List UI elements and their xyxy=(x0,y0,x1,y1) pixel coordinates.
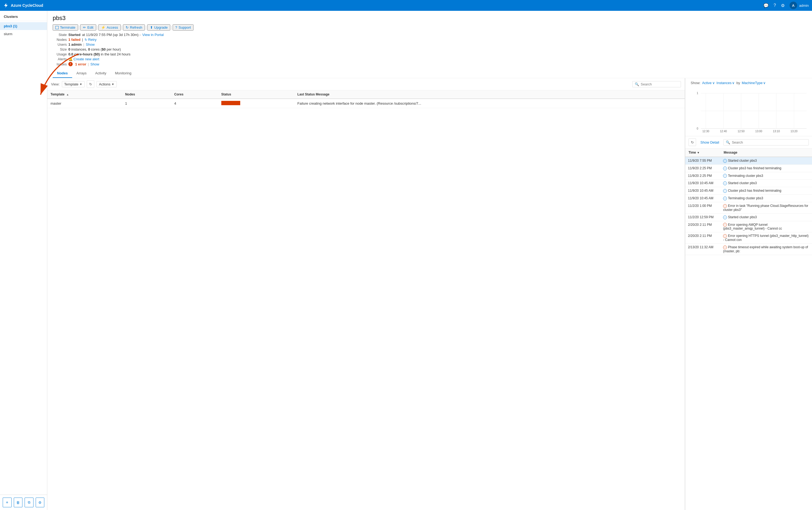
activity-info-icon: i xyxy=(723,167,727,170)
activity-toolbar: ↻ Show Detail 🔍 xyxy=(685,136,812,148)
activity-list-item[interactable]: 11/2/20 1:00 PM !Error in task "Running … xyxy=(685,202,812,214)
svg-text:13:10: 13:10 xyxy=(773,130,780,133)
activity-message: !Phase timeout expired while awaiting sy… xyxy=(720,244,812,255)
add-cluster-button[interactable]: + xyxy=(3,498,11,507)
cell-nodes: 1 xyxy=(122,99,171,108)
nodes-panel: View: Template ▼ ↻ Actions ▼ 🔍 xyxy=(47,78,812,510)
actions-label: Actions xyxy=(99,82,111,86)
machine-type-filter[interactable]: MachineType ∨ xyxy=(742,81,766,85)
tab-monitoring[interactable]: Monitoring xyxy=(111,69,136,78)
refresh-activity-button[interactable]: ↻ xyxy=(689,138,696,146)
meta-alerts: Alerts 🔔 Create new alert xyxy=(53,57,807,61)
actions-select[interactable]: Actions ▼ xyxy=(96,81,117,87)
activity-list-item[interactable]: 2/20/20 2:11 PM !Error opening HTTPS tun… xyxy=(685,232,812,244)
help-icon[interactable]: ? xyxy=(774,3,776,8)
svg-text:12:50: 12:50 xyxy=(738,130,745,133)
delete-cluster-button[interactable]: 🗑 xyxy=(14,498,23,507)
create-alert-link[interactable]: 🔔 Create new alert xyxy=(68,57,99,61)
instances-filter[interactable]: Instances ∨ xyxy=(717,81,735,85)
retry-link[interactable]: ↻ Retry xyxy=(85,37,96,41)
view-select[interactable]: Template ▼ xyxy=(62,81,85,87)
support-button[interactable]: ? Support xyxy=(173,24,194,31)
activity-list-item[interactable]: 11/9/20 7:55 PM iStarted cluster pbs3 xyxy=(685,157,812,164)
cell-template: master xyxy=(47,99,122,108)
tab-nodes[interactable]: Nodes xyxy=(53,69,72,78)
activity-time: 2/13/20 11:32 AM xyxy=(685,244,720,255)
tab-activity[interactable]: Activity xyxy=(91,69,111,78)
access-button[interactable]: ⚡ Access xyxy=(98,24,121,31)
show-users-link[interactable]: Show xyxy=(86,42,95,47)
main-content: pbs3 Terminate | ✏ Edit | ⚡ Access | xyxy=(47,11,812,510)
activity-header: Time ▼ Message xyxy=(685,148,812,157)
sidebar-item-slurm[interactable]: slurm xyxy=(0,30,47,38)
activity-list-item[interactable]: 11/9/20 2:25 PM iTerminating cluster pbs… xyxy=(685,172,812,179)
activity-list-item[interactable]: 11/9/20 10:45 AM iTerminating cluster pb… xyxy=(685,195,812,202)
svg-text:1: 1 xyxy=(697,92,698,95)
activity-message: iStarted cluster pbs3 xyxy=(720,214,812,221)
activity-time: 11/9/20 2:25 PM xyxy=(685,164,720,172)
active-filter[interactable]: Active ∨ xyxy=(702,81,715,85)
chart-controls: Show: Active ∨ Instances ∨ by MachineTyp… xyxy=(691,81,807,85)
activity-list-item[interactable]: 11/9/20 2:25 PM iCluster pbs3 has finish… xyxy=(685,164,812,172)
cluster-tabs: Nodes Arrays Activity Monitoring xyxy=(53,69,807,78)
activity-time: 11/9/20 10:45 AM xyxy=(685,179,720,187)
svg-text:12:30: 12:30 xyxy=(702,130,709,133)
activity-message: !Error opening HTTPS tunnel (pbs3_master… xyxy=(720,232,812,244)
view-in-portal-link[interactable]: View in Portal xyxy=(142,33,164,37)
activity-list-item[interactable]: 2/13/20 11:32 AM !Phase timeout expired … xyxy=(685,244,812,255)
chevron-down-icon: ▼ xyxy=(80,83,82,86)
actions-chevron-icon: ▼ xyxy=(112,83,114,86)
show-issues-link[interactable]: Show xyxy=(91,62,99,66)
edit-icon: ✏ xyxy=(83,25,86,29)
topnav-icons: 💬 ? ⚙ A admin xyxy=(763,2,809,9)
activity-list-item[interactable]: 11/2/20 12:59 PM iStarted cluster pbs3 xyxy=(685,214,812,221)
feedback-icon[interactable]: 💬 xyxy=(763,3,769,8)
avatar: A xyxy=(789,2,797,9)
meta-usage: Usage 0.0 core-hours ($0) in the last 24… xyxy=(53,52,807,56)
settings-icon[interactable]: ⚙ xyxy=(781,3,785,8)
activity-info-icon: i xyxy=(723,174,727,178)
username: admin xyxy=(799,3,809,7)
refresh-nodes-button[interactable]: ↻ xyxy=(87,80,94,88)
meta-nodes: Nodes 1 failed | ↻ Retry xyxy=(53,37,807,41)
activity-error-icon: ! xyxy=(723,223,727,227)
terminate-icon xyxy=(55,26,59,29)
instances-chart: 1 0 12:30 12:40 12:50 13:00 13:10 13:20 xyxy=(691,87,807,135)
cluster-settings-button[interactable]: ⚙ xyxy=(36,498,44,507)
svg-text:0: 0 xyxy=(697,127,698,130)
sidebar-item-pbs3[interactable]: pbs3 (1) xyxy=(0,22,47,30)
activity-message: iCluster pbs3 has finished terminating xyxy=(720,164,812,172)
activity-time: 2/20/20 2:11 PM xyxy=(685,221,720,232)
cluster-meta: State Started at 11/9/20 7:55 PM (up 3d … xyxy=(53,33,807,66)
azure-logo-icon xyxy=(3,3,9,8)
nodes-left: View: Template ▼ ↻ Actions ▼ 🔍 xyxy=(47,78,685,510)
activity-time: 11/9/20 10:45 AM xyxy=(685,187,720,195)
terminate-button[interactable]: Terminate xyxy=(53,24,78,31)
copy-cluster-button[interactable]: ⧉ xyxy=(25,498,33,507)
sidebar-bottom: + 🗑 ⧉ ⚙ xyxy=(0,494,47,510)
upgrade-button[interactable]: ⬆ Upgrade xyxy=(147,24,171,31)
activity-error-icon: ! xyxy=(723,204,727,208)
sidebar-items: pbs3 (1) slurm xyxy=(0,21,47,494)
col-message: Last Status Message xyxy=(294,90,685,99)
user-menu[interactable]: A admin xyxy=(789,2,809,9)
tab-arrays[interactable]: Arrays xyxy=(72,69,91,78)
instances-chevron-icon: ∨ xyxy=(732,81,735,85)
table-row[interactable]: master 1 4 Failure creating network inte… xyxy=(47,99,685,108)
cluster-actions-row: Terminate | ✏ Edit | ⚡ Access | ↻ Refres… xyxy=(53,24,807,33)
activity-list-item[interactable]: 11/9/20 10:45 AM iCluster pbs3 has finis… xyxy=(685,187,812,195)
activity-list-item[interactable]: 2/20/20 2:11 PM !Error opening AMQP tunn… xyxy=(685,221,812,232)
activity-search-input[interactable] xyxy=(732,140,806,144)
activity-info-icon: i xyxy=(723,216,727,219)
edit-button[interactable]: ✏ Edit xyxy=(80,24,96,31)
refresh-icon: ↻ xyxy=(126,25,129,29)
show-detail-button[interactable]: Show Detail xyxy=(698,139,721,145)
activity-list-item[interactable]: 11/9/20 10:45 AM iStarted cluster pbs3 xyxy=(685,179,812,187)
activity-message: iStarted cluster pbs3 xyxy=(720,157,812,164)
nodes-table: Template ▲ Nodes Cores Status Last Statu… xyxy=(47,90,685,510)
nodes-search-input[interactable] xyxy=(641,82,679,86)
refresh-button[interactable]: ↻ Refresh xyxy=(123,24,145,31)
search-icon: 🔍 xyxy=(635,82,639,86)
activity-message: iStarted cluster pbs3 xyxy=(720,179,812,187)
col-template: Template ▲ xyxy=(47,90,122,99)
